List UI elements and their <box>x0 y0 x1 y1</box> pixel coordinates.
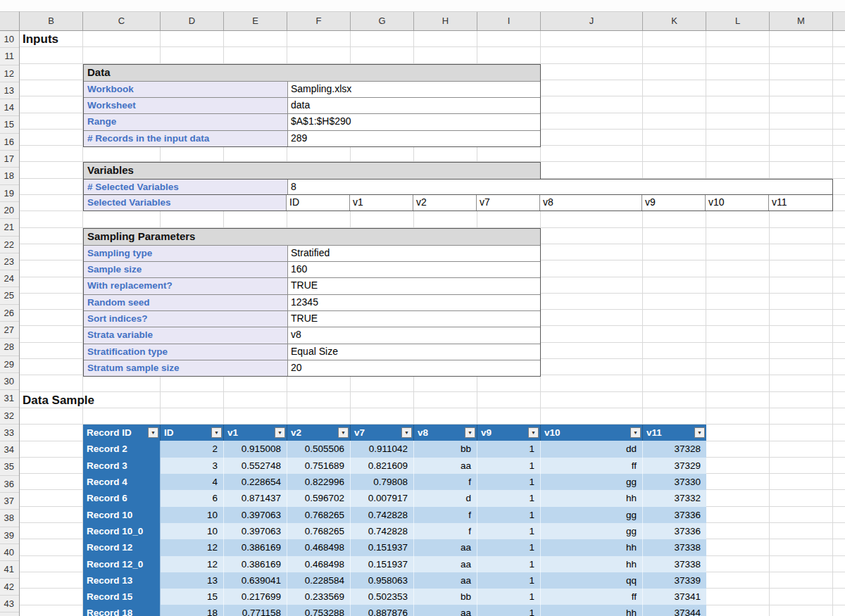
data-cell[interactable]: 37330 <box>643 474 706 490</box>
data-cell[interactable]: 0.386169 <box>224 539 287 555</box>
data-cell[interactable]: aa <box>414 458 477 474</box>
selected-variable-cell[interactable]: v9 <box>642 195 706 210</box>
row-header-24[interactable]: 24 <box>0 270 19 287</box>
data-cell[interactable]: 0.768265 <box>287 523 351 539</box>
data-cell[interactable]: 0.228654 <box>224 474 287 490</box>
data-cell[interactable]: 0.505506 <box>287 441 351 457</box>
row-header-39[interactable]: 39 <box>0 527 19 544</box>
column-header-L[interactable]: L <box>706 12 770 30</box>
data-cell[interactable]: 0.822996 <box>287 474 351 490</box>
data-cell[interactable]: 0.468498 <box>287 556 351 572</box>
data-cell[interactable]: 4 <box>161 474 224 490</box>
input-value[interactable]: Sampling.xlsx <box>288 82 540 97</box>
data-cell[interactable]: bb <box>414 589 477 605</box>
selected-variable-cell[interactable]: v8 <box>540 195 642 210</box>
row-header-14[interactable]: 14 <box>0 99 19 116</box>
input-label[interactable]: Workbook <box>84 82 288 97</box>
input-value[interactable]: 12345 <box>288 295 540 310</box>
data-cell[interactable]: 37341 <box>643 589 706 605</box>
column-header-H[interactable]: H <box>414 12 477 30</box>
data-cell[interactable]: 2 <box>161 441 224 457</box>
input-value[interactable]: Equal Size <box>288 344 540 360</box>
input-value[interactable]: 289 <box>288 131 540 146</box>
data-cell[interactable]: 37328 <box>643 441 706 457</box>
row-header-20[interactable]: 20 <box>0 202 19 219</box>
data-cell[interactable]: 0.821609 <box>351 458 414 474</box>
data-cell[interactable]: 37329 <box>643 458 706 474</box>
row-header-26[interactable]: 26 <box>0 305 19 322</box>
row-header-11[interactable]: 11 <box>0 48 19 65</box>
data-cell[interactable]: hh <box>541 556 643 572</box>
selected-variable-cell[interactable]: v10 <box>706 195 769 210</box>
data-cell[interactable]: 0.007917 <box>351 490 414 506</box>
input-label[interactable]: With replacement? <box>84 278 288 294</box>
row-header-18[interactable]: 18 <box>0 168 19 184</box>
inputs-title[interactable]: Inputs <box>23 31 58 47</box>
data-cell[interactable]: 37332 <box>643 490 706 506</box>
data-cell[interactable]: 15 <box>161 589 224 605</box>
column-header-F[interactable]: F <box>287 12 351 30</box>
data-cell[interactable]: aa <box>414 572 477 589</box>
row-header-25[interactable]: 25 <box>0 287 19 304</box>
filter-button[interactable]: ▼ <box>528 427 539 438</box>
data-cell[interactable]: d <box>414 490 477 506</box>
selected-variable-cell[interactable]: ID <box>287 195 350 210</box>
input-label[interactable]: Stratum sample size <box>84 360 288 376</box>
data-cell[interactable]: aa <box>414 539 477 555</box>
row-header-22[interactable]: 22 <box>0 237 19 253</box>
data-cell[interactable]: 1 <box>477 539 541 555</box>
data-cell[interactable]: 10 <box>161 523 224 539</box>
row-header-12[interactable]: 12 <box>0 65 19 82</box>
data-cell[interactable]: 0.151937 <box>351 556 414 572</box>
data-cell[interactable]: 0.915008 <box>224 441 287 457</box>
data-cell[interactable]: 37336 <box>643 507 706 523</box>
input-label[interactable]: Sampling type <box>84 246 288 261</box>
row-header-13[interactable]: 13 <box>0 82 19 99</box>
data-cell[interactable]: 0.871437 <box>224 490 287 506</box>
row-header-31[interactable]: 31 <box>0 390 19 407</box>
row-header-28[interactable]: 28 <box>0 339 19 356</box>
data-cell[interactable]: 0.552748 <box>224 458 287 474</box>
row-header-10[interactable]: 10 <box>0 31 19 48</box>
data-cell[interactable]: 12 <box>161 539 224 555</box>
select-all-corner[interactable] <box>0 11 20 31</box>
column-header-J[interactable]: J <box>541 12 643 30</box>
input-value[interactable]: $A$1:$H$290 <box>288 114 540 130</box>
data-cell[interactable]: 13 <box>161 572 224 589</box>
selected-variable-cell[interactable]: v11 <box>769 195 832 210</box>
column-header-G[interactable]: G <box>351 12 414 30</box>
data-cell[interactable]: 0.397063 <box>224 523 287 539</box>
column-header-E[interactable]: E <box>224 12 287 30</box>
data-cell[interactable]: 0.217699 <box>224 589 287 605</box>
data-cell[interactable]: 0.233569 <box>287 589 351 605</box>
data-cell[interactable]: 12 <box>161 556 224 572</box>
data-cell[interactable]: 1 <box>477 441 541 457</box>
data-cell[interactable]: 0.753288 <box>287 605 351 616</box>
data-cell[interactable]: 0.958063 <box>351 572 414 589</box>
filter-button[interactable]: ▼ <box>630 427 641 438</box>
record-id-cell[interactable]: Record 15 <box>83 589 161 605</box>
data-cell[interactable]: 0.768265 <box>287 507 351 523</box>
data-cell[interactable]: 0.151937 <box>351 539 414 555</box>
column-header-B[interactable]: B <box>20 12 83 30</box>
row-header-41[interactable]: 41 <box>0 561 19 578</box>
row-header-16[interactable]: 16 <box>0 134 19 151</box>
column-header-I[interactable]: I <box>477 12 541 30</box>
row-header-23[interactable]: 23 <box>0 253 19 270</box>
data-cell[interactable]: aa <box>414 605 477 616</box>
row-header-43[interactable]: 43 <box>0 596 19 612</box>
data-cell[interactable]: 3 <box>161 458 224 474</box>
row-header-19[interactable]: 19 <box>0 185 19 202</box>
input-value[interactable]: 160 <box>288 262 540 277</box>
data-cell[interactable]: hh <box>541 539 643 555</box>
row-header-27[interactable]: 27 <box>0 322 19 339</box>
data-cell[interactable]: f <box>414 474 477 490</box>
column-header-partial[interactable] <box>833 12 845 30</box>
row-header-29[interactable]: 29 <box>0 356 19 373</box>
record-id-cell[interactable]: Record 6 <box>83 490 161 506</box>
data-cell[interactable]: f <box>414 523 477 539</box>
record-id-cell[interactable]: Record 10_0 <box>83 523 161 539</box>
data-cell[interactable]: 1 <box>477 474 541 490</box>
data-cell[interactable]: 6 <box>161 490 224 506</box>
data-cell[interactable]: 1 <box>477 556 541 572</box>
